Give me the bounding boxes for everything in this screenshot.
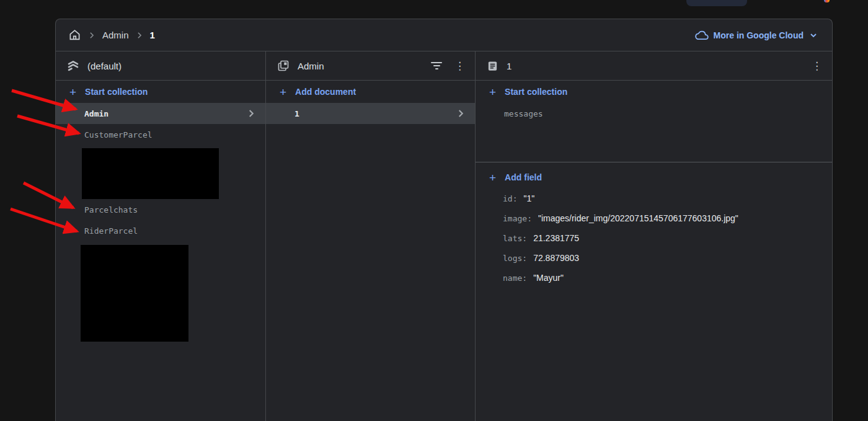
field-row-lats[interactable]: lats: 21.2381775: [476, 228, 832, 248]
add-field-label: Add field: [505, 172, 542, 182]
collection-item-admin[interactable]: Admin: [56, 103, 265, 124]
collection-item-label: Parcelchats: [84, 205, 138, 215]
firestore-database-icon: [67, 60, 79, 72]
chevron-right-icon: [455, 108, 466, 119]
collection-item-label: Admin: [84, 109, 108, 118]
collection-column: Admin ⋮ + Add document 1: [266, 51, 476, 421]
start-collection-label: Start collection: [85, 87, 148, 97]
chevron-right-icon: [246, 108, 257, 119]
firestore-panel: Admin 1 More in Google Cloud: [55, 19, 833, 421]
spacer: [476, 124, 832, 162]
kebab-menu-icon[interactable]: ⋮: [454, 61, 465, 71]
google-cloud-icon: [695, 30, 709, 40]
subcollection-item-label: messages: [504, 109, 543, 118]
start-collection-label: Start collection: [505, 87, 567, 97]
field-value: 21.2381775: [533, 233, 579, 243]
database-column-header: (default): [56, 51, 265, 81]
more-in-google-cloud-button[interactable]: More in Google Cloud: [695, 30, 818, 40]
field-key: name:: [503, 273, 527, 283]
field-key: logs:: [503, 254, 527, 263]
collection-title: Admin: [298, 61, 324, 71]
breadcrumb-path: Admin 1: [68, 29, 155, 42]
plus-icon: +: [69, 86, 76, 98]
redaction-box-2: [81, 245, 188, 342]
plus-icon: +: [489, 172, 496, 184]
field-row-image[interactable]: image: "images/rider_img/202207151457061…: [476, 208, 832, 228]
plus-icon: +: [280, 86, 286, 98]
chevron-down-icon: [808, 30, 818, 40]
field-value: "Mayur": [533, 273, 564, 283]
document-fields: + Add field id: "1" image: "images/rider…: [476, 162, 832, 288]
more-in-google-cloud-label: More in Google Cloud: [714, 30, 804, 40]
database-title: (default): [87, 61, 122, 71]
collection-item-label: CustomerParcel: [84, 130, 153, 140]
firestore-columns: (default) + Start collection Admin Custo…: [56, 51, 832, 421]
document-title: 1: [507, 61, 512, 71]
chevron-right-icon: [87, 31, 96, 40]
subcollection-item-messages[interactable]: messages: [476, 103, 832, 124]
document-column: 1 ⋮ + Start collection messages + Add fi…: [476, 51, 832, 421]
field-row-id[interactable]: id: "1": [476, 188, 832, 208]
field-row-name[interactable]: name: "Mayur": [476, 268, 832, 288]
filter-icon[interactable]: [431, 62, 442, 69]
plus-icon: +: [489, 86, 496, 98]
add-document-label: Add document: [295, 87, 356, 97]
field-row-logs[interactable]: logs: 72.8879803: [476, 248, 832, 268]
field-key: id:: [503, 194, 517, 203]
page-background: Admin 1 More in Google Cloud: [0, 0, 868, 421]
field-value: "images/rider_img/2022071514570617760310…: [538, 213, 738, 223]
breadcrumb-document: 1: [150, 30, 155, 40]
collection-icon: [277, 60, 290, 72]
collection-item-parcelchats[interactable]: Parcelchats: [56, 199, 265, 220]
collection-item-riderparcel[interactable]: RiderParcel: [56, 220, 265, 241]
database-column: (default) + Start collection Admin Custo…: [56, 51, 266, 421]
document-item-1[interactable]: 1: [266, 103, 475, 124]
avatar[interactable]: [824, 0, 830, 2]
field-key: lats:: [503, 234, 527, 243]
topbar-button-partial[interactable]: [686, 0, 747, 6]
add-field-button[interactable]: + Add field: [476, 166, 832, 188]
kebab-menu-icon[interactable]: ⋮: [812, 61, 822, 71]
collection-item-customerparcel[interactable]: CustomerParcel: [56, 124, 265, 145]
add-document-button[interactable]: + Add document: [266, 81, 475, 103]
document-item-label: 1: [294, 109, 299, 118]
breadcrumb-collection[interactable]: Admin: [102, 30, 129, 40]
field-value: 72.8879803: [533, 253, 579, 263]
collection-item-label: RiderParcel: [84, 226, 138, 236]
start-collection-button[interactable]: + Start collection: [56, 81, 265, 103]
start-collection-button-doc[interactable]: + Start collection: [476, 81, 832, 103]
field-value: "1": [523, 193, 534, 203]
field-key: image:: [503, 214, 532, 223]
collection-column-header: Admin ⋮: [266, 51, 475, 81]
home-icon[interactable]: [68, 29, 81, 42]
breadcrumb: Admin 1 More in Google Cloud: [56, 19, 832, 51]
redaction-box-1: [82, 148, 219, 199]
document-icon: [487, 60, 498, 72]
chevron-right-icon: [135, 31, 144, 40]
document-column-header: 1 ⋮: [476, 51, 832, 81]
